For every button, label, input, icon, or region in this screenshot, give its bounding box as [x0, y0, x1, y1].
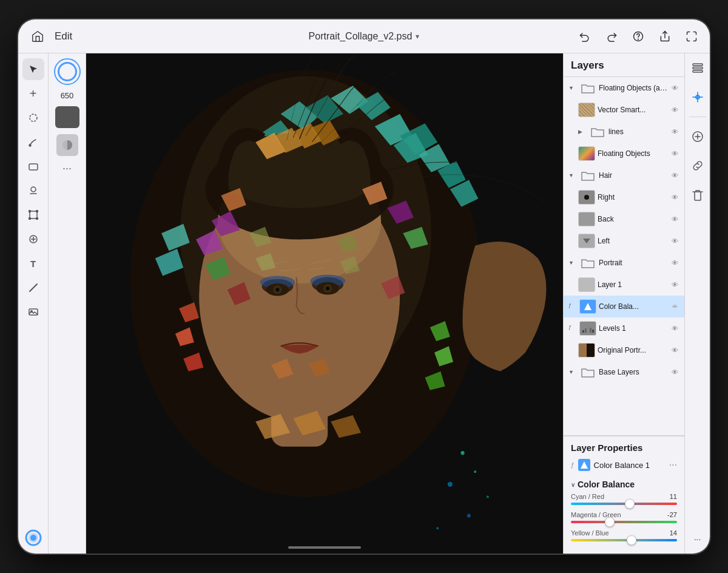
layer-row[interactable]: Left 👁	[564, 230, 684, 252]
expand-icon[interactable]: ▼	[568, 369, 577, 375]
svg-rect-97	[592, 330, 594, 333]
eye-icon[interactable]: 👁	[670, 236, 679, 246]
layer-row[interactable]: ƒ Levels 1 👁	[564, 317, 684, 339]
fx-icon: ƒ	[568, 302, 577, 311]
eye-icon[interactable]: 👁	[670, 214, 679, 224]
trash-icon[interactable]	[688, 185, 707, 205]
layers-panel-icon[interactable]	[688, 58, 707, 78]
redo-button[interactable]	[603, 28, 620, 45]
clone-tool[interactable]	[22, 228, 44, 250]
svg-point-78	[436, 527, 439, 529]
layer-row[interactable]: Right 👁	[564, 186, 684, 208]
layer-thumb	[578, 212, 595, 226]
brush-panel: 650 ···	[49, 53, 86, 554]
layer-name: Original Portr...	[598, 346, 667, 354]
eye-icon[interactable]: 👁	[670, 192, 679, 202]
layer-row[interactable]: ▼ Base Layers 👁	[564, 361, 684, 383]
line-tool[interactable]	[22, 277, 44, 299]
layer-row[interactable]: ▼ Floating Objects (alway... 👁	[564, 77, 684, 99]
image-tool[interactable]	[22, 301, 44, 323]
cb-chevron-icon[interactable]: ∨	[571, 481, 575, 488]
layer-row[interactable]: Original Portr... 👁	[564, 339, 684, 361]
eye-icon[interactable]: 👁	[670, 105, 679, 115]
brush-color-swatch[interactable]	[55, 106, 79, 128]
layer-thumb	[578, 146, 595, 161]
expand-icon[interactable]: ▼	[568, 172, 577, 178]
slider-label-row: Yellow / Blue 14	[571, 529, 677, 537]
canvas-area[interactable]	[86, 53, 563, 554]
layer-thumb-levels	[579, 321, 596, 336]
home-button[interactable]	[28, 27, 47, 46]
cb-header: ∨ Color Balance	[571, 476, 677, 493]
link-icon[interactable]	[688, 156, 707, 175]
type-tool[interactable]: T	[22, 253, 44, 274]
layer-row[interactable]: Back 👁	[564, 208, 684, 230]
share-button[interactable]	[656, 28, 673, 45]
brush-more-button[interactable]: ···	[62, 162, 72, 175]
svg-rect-101	[693, 70, 703, 72]
brush-tool[interactable]	[22, 131, 44, 153]
layer-name: lines	[608, 127, 667, 136]
layer-properties-title: Layer Properties	[571, 442, 642, 453]
eye-icon[interactable]: 👁	[670, 149, 679, 158]
more-options-icon[interactable]: ···	[688, 529, 707, 549]
svg-line-15	[30, 284, 37, 291]
undo-button[interactable]	[576, 28, 593, 45]
layer-row[interactable]: ▶ lines 👁	[564, 121, 684, 143]
lasso-tool[interactable]	[22, 107, 44, 129]
svg-rect-95	[587, 327, 589, 333]
lp-layer-row: ƒ Color Balance 1 ···	[564, 456, 684, 476]
layer-row[interactable]: ▼ Portrait 👁	[564, 252, 684, 274]
brush-opacity-icon[interactable]	[56, 134, 78, 156]
cyan-red-track[interactable]	[571, 503, 677, 505]
layer-folder-thumb	[589, 124, 606, 139]
eye-icon[interactable]: 👁	[670, 127, 679, 137]
svg-point-60	[326, 286, 329, 290]
eye-icon[interactable]: 👁	[670, 258, 679, 268]
tablet-frame: Edit Portrait_Collage_v2.psd ▾	[18, 19, 710, 554]
chevron-down-icon[interactable]: ▾	[416, 32, 419, 41]
eye-icon[interactable]: 👁	[670, 83, 679, 93]
magenta-green-track[interactable]	[571, 521, 677, 523]
eye-icon-hidden[interactable]: 👁	[670, 302, 679, 311]
layer-row[interactable]: Layer 1 👁	[564, 274, 684, 296]
layer-folder-thumb	[579, 256, 596, 270]
brush-size-indicator[interactable]	[54, 58, 81, 85]
eye-icon[interactable]: 👁	[670, 280, 679, 290]
top-bar-right	[576, 28, 700, 45]
layer-name: Floating Objects	[598, 149, 667, 158]
magenta-green-thumb[interactable]	[605, 517, 615, 527]
layer-row[interactable]: Vector Smart... 👁	[564, 99, 684, 121]
yellow-blue-track[interactable]	[571, 539, 677, 541]
expand-icon[interactable]: ▼	[568, 85, 577, 91]
adjustments-panel-icon[interactable]	[688, 87, 707, 107]
layer-row[interactable]: Floating Objects 👁	[564, 143, 684, 164]
lp-more-button[interactable]: ···	[669, 459, 677, 470]
cyan-red-thumb[interactable]	[625, 499, 635, 509]
stamp-tool[interactable]	[22, 180, 44, 202]
layer-properties-panel: Layer Properties ƒ Color Balance 1 ···	[564, 435, 684, 554]
add-tool[interactable]: +	[22, 83, 44, 104]
layer-row-selected[interactable]: ƒ Color Bala... 👁	[564, 296, 684, 317]
slider-label-row: Magenta / Green -27	[571, 511, 677, 518]
select-tool[interactable]	[22, 58, 44, 80]
fx-icon: ƒ	[568, 324, 577, 333]
eye-icon[interactable]: 👁	[670, 367, 679, 377]
eye-icon[interactable]: 👁	[670, 345, 679, 355]
brush-size-value: 650	[61, 91, 74, 100]
expand-icon[interactable]: ▼	[568, 260, 577, 266]
add-layer-icon[interactable]	[688, 127, 707, 146]
transform-tool[interactable]	[22, 204, 44, 226]
layer-name: Levels 1	[599, 324, 667, 333]
layer-name: Portrait	[599, 259, 667, 267]
eye-icon[interactable]: 👁	[670, 324, 679, 333]
layer-row[interactable]: ▼ Hair 👁	[564, 164, 684, 186]
fullscreen-button[interactable]	[683, 28, 700, 45]
eye-icon[interactable]: 👁	[670, 171, 679, 180]
yellow-blue-thumb[interactable]	[627, 535, 636, 545]
expand-icon[interactable]: ▶	[578, 129, 587, 135]
color-wheel[interactable]	[22, 527, 44, 549]
svg-point-10	[29, 218, 30, 220]
eraser-tool[interactable]	[22, 155, 44, 177]
help-button[interactable]	[630, 28, 647, 45]
